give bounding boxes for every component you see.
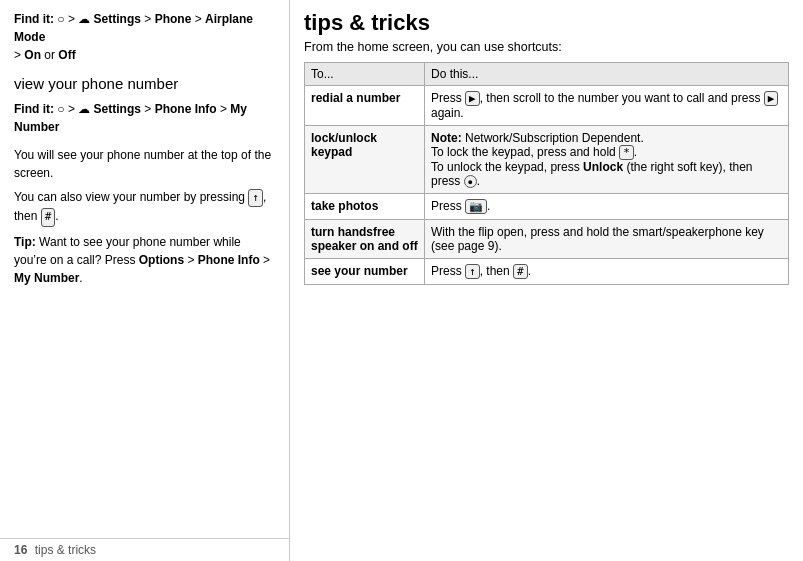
- send-key-icon: ▶: [465, 91, 480, 106]
- up-key2: ↑: [465, 264, 480, 279]
- center-key-icon: ●: [464, 175, 477, 188]
- unlock-bold: Unlock: [583, 160, 623, 174]
- action-cell: redial a number: [305, 86, 425, 126]
- my-number-bold: My Number: [14, 271, 79, 285]
- table-row: take photosPress 📷.: [305, 194, 789, 220]
- settings-icon: ☁: [78, 12, 90, 26]
- menu-icon-2: ○: [57, 102, 68, 116]
- find-it-airplane: Find it: ○ > ☁ Settings > Phone > Airpla…: [14, 10, 275, 64]
- action-cell: lock/unlock keypad: [305, 126, 425, 194]
- phone-link: Phone: [155, 12, 192, 26]
- page-subheading: From the home screen, you can use shortc…: [304, 40, 789, 54]
- description-cell: Press 📷.: [425, 194, 789, 220]
- up-key-icon: ↑: [248, 189, 263, 208]
- col-header-do: Do this...: [425, 63, 789, 86]
- find-it-label: Find it:: [14, 12, 54, 26]
- col-header-to: To...: [305, 63, 425, 86]
- hash-key2: #: [513, 264, 528, 279]
- phone-info-link: Phone Info: [155, 102, 217, 116]
- body-text-1: You will see your phone number at the to…: [14, 146, 275, 182]
- action-cell: see your number: [305, 259, 425, 285]
- page-number: 16: [14, 543, 27, 557]
- left-panel: Find it: ○ > ☁ Settings > Phone > Airpla…: [0, 0, 290, 561]
- section-title: view your phone number: [14, 74, 275, 94]
- description-cell: Note: Network/Subscription Dependent.To …: [425, 126, 789, 194]
- settings-icon-2: ☁: [78, 102, 90, 116]
- settings-link-2: Settings: [94, 102, 141, 116]
- description-cell: Press ▶, then scroll to the number you w…: [425, 86, 789, 126]
- body-text-2: You can also view your number by pressin…: [14, 188, 275, 227]
- table-row: turn handsfree speaker on and offWith th…: [305, 220, 789, 259]
- page-heading: tips & tricks: [304, 10, 789, 36]
- camera-key-icon: 📷: [465, 199, 487, 214]
- footer-label: tips & tricks: [35, 543, 96, 557]
- menu-icon: ○: [57, 12, 68, 26]
- table-row: redial a numberPress ▶, then scroll to t…: [305, 86, 789, 126]
- on-option: On: [24, 48, 41, 62]
- right-panel: tips & tricks From the home screen, you …: [290, 0, 803, 561]
- hash-key-icon: #: [41, 208, 56, 227]
- action-cell: take photos: [305, 194, 425, 220]
- note-label: Note:: [431, 131, 462, 145]
- off-option: Off: [58, 48, 75, 62]
- tip-text: Tip: Want to see your phone number while…: [14, 233, 275, 287]
- find-it-label-2: Find it:: [14, 102, 54, 116]
- description-cell: Press ↑, then #.: [425, 259, 789, 285]
- shortcuts-table: To... Do this... redial a numberPress ▶,…: [304, 62, 789, 285]
- table-row: see your numberPress ↑, then #.: [305, 259, 789, 285]
- bottom-bar: 16 tips & tricks: [0, 538, 290, 561]
- settings-link: Settings: [94, 12, 141, 26]
- action-cell: turn handsfree speaker on and off: [305, 220, 425, 259]
- description-cell: With the flip open, press and hold the s…: [425, 220, 789, 259]
- star-key-icon: *: [619, 145, 634, 160]
- find-it-phone-number: Find it: ○ > ☁ Settings > Phone Info > M…: [14, 100, 275, 136]
- send-key-icon2: ▶: [764, 91, 779, 106]
- phone-info-bold: Phone Info: [198, 253, 260, 267]
- tip-label: Tip:: [14, 235, 36, 249]
- options-bold: Options: [139, 253, 184, 267]
- table-row: lock/unlock keypadNote: Network/Subscrip…: [305, 126, 789, 194]
